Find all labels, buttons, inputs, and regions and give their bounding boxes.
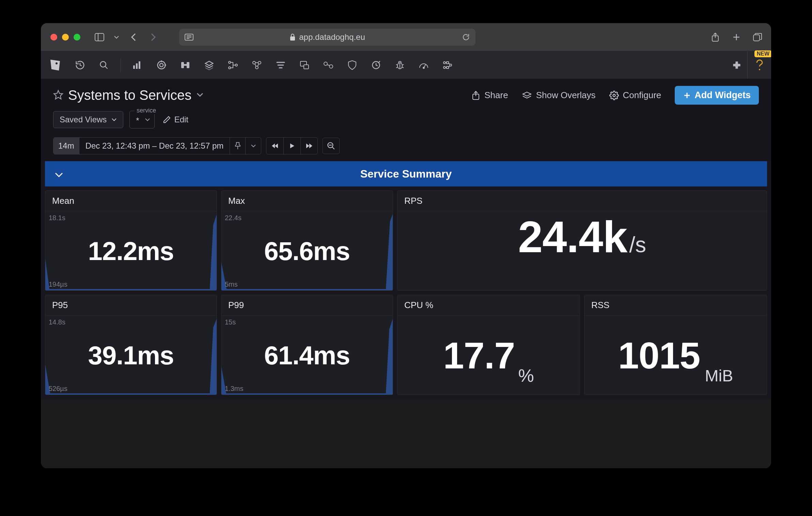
summary-header[interactable]: Service Summary <box>45 161 767 186</box>
tile-label: P95 <box>45 295 217 316</box>
svg-point-40 <box>329 65 333 68</box>
tile-cpu[interactable]: CPU % 17.7 % <box>397 295 580 395</box>
lock-icon <box>290 33 296 41</box>
svg-point-51 <box>443 62 446 64</box>
nav-infrastructure-icon[interactable] <box>202 58 216 72</box>
svg-line-33 <box>257 64 259 66</box>
nav-watchdog-icon[interactable] <box>154 58 169 72</box>
zoom-out-button[interactable] <box>323 138 340 154</box>
time-range-picker[interactable]: 14m Dec 23, 12:43 pm – Dec 23, 12:57 pm <box>53 137 261 154</box>
svg-point-39 <box>324 62 327 65</box>
nav-pipelines-icon[interactable] <box>440 58 455 72</box>
new-badge: NEW <box>754 50 771 57</box>
nav-ci-icon[interactable] <box>369 58 383 72</box>
tile-unit: MiB <box>705 366 733 385</box>
svg-rect-24 <box>184 64 187 66</box>
svg-rect-22 <box>181 62 184 68</box>
nav-binoculars-icon[interactable] <box>178 58 192 72</box>
time-dropdown-button[interactable] <box>245 138 261 154</box>
address-bar[interactable]: app.datadoghq.eu <box>179 29 475 46</box>
favorite-star-icon[interactable] <box>53 90 63 101</box>
tile-value: 61.4 <box>264 341 313 370</box>
nav-separator <box>121 58 121 72</box>
dashboard-header: Systems to Services Share Show Overlays <box>41 79 771 161</box>
svg-point-18 <box>158 61 166 69</box>
nav-apm-icon[interactable] <box>226 58 240 72</box>
share-button[interactable] <box>708 30 723 45</box>
svg-marker-70 <box>290 143 294 148</box>
close-window-button[interactable] <box>50 34 57 41</box>
svg-line-48 <box>402 67 404 68</box>
nav-network-icon[interactable] <box>250 58 264 72</box>
show-overlays-action[interactable]: Show Overlays <box>522 90 596 101</box>
svg-marker-71 <box>306 143 309 148</box>
sidebar-toggle-button[interactable] <box>92 30 107 45</box>
nav-integrations-icon[interactable] <box>730 58 744 72</box>
minimize-window-button[interactable] <box>62 34 69 41</box>
reader-mode-icon[interactable] <box>185 34 193 41</box>
tile-label: RPS <box>397 191 767 211</box>
step-back-button[interactable] <box>266 138 283 154</box>
collapse-chevron-icon <box>54 168 63 180</box>
svg-marker-68 <box>275 143 278 148</box>
tile-unit: ms <box>313 341 350 370</box>
nav-rum-icon[interactable] <box>297 58 312 72</box>
tile-value: 65.6 <box>264 237 313 265</box>
tile-rss[interactable]: RSS 1015 MiB <box>584 295 767 395</box>
window-controls <box>50 34 80 41</box>
svg-point-13 <box>100 61 106 67</box>
svg-line-45 <box>396 64 397 65</box>
sidebar-dropdown-button[interactable] <box>112 30 121 45</box>
time-duration-badge: 14m <box>53 138 79 154</box>
svg-point-27 <box>235 64 237 66</box>
back-button[interactable] <box>126 30 141 45</box>
nav-gauge-icon[interactable] <box>417 58 431 72</box>
svg-marker-61 <box>54 90 63 99</box>
tile-p99[interactable]: P99 15s 1.3ms 61.4ms <box>221 295 393 395</box>
service-filter-legend: service <box>135 107 158 114</box>
new-tab-button[interactable] <box>729 30 744 45</box>
app-navbar: NEW <box>41 51 771 79</box>
nav-search-icon[interactable] <box>97 58 111 72</box>
browser-titlebar: app.datadoghq.eu <box>41 23 771 51</box>
help-button[interactable]: NEW <box>747 51 771 79</box>
svg-rect-0 <box>95 33 104 41</box>
time-range-text: Dec 23, 12:43 pm – Dec 23, 12:57 pm <box>79 138 230 154</box>
svg-line-32 <box>255 64 256 66</box>
svg-point-64 <box>613 94 615 96</box>
tile-mean[interactable]: Mean 18.1s 194µs 12.2ms <box>45 191 217 291</box>
reload-button[interactable] <box>462 33 470 41</box>
saved-views-dropdown[interactable]: Saved Views <box>53 111 123 128</box>
tile-rps[interactable]: RPS 24.4k /s <box>397 191 767 291</box>
svg-rect-11 <box>753 35 760 41</box>
datadog-logo[interactable] <box>47 57 63 73</box>
nav-dashboards-icon[interactable] <box>130 58 145 72</box>
configure-action[interactable]: Configure <box>609 90 661 101</box>
nav-history-icon[interactable] <box>73 58 87 72</box>
pin-time-button[interactable] <box>230 138 245 154</box>
svg-point-26 <box>229 67 231 69</box>
tile-p95[interactable]: P95 14.8s 526µs 39.1ms <box>45 295 217 395</box>
svg-rect-55 <box>447 66 449 69</box>
play-button[interactable] <box>283 138 300 154</box>
share-action[interactable]: Share <box>471 90 508 101</box>
nav-logs-icon[interactable] <box>274 58 288 72</box>
nav-synthetics-icon[interactable] <box>321 58 335 72</box>
saved-views-label: Saved Views <box>60 115 107 124</box>
tile-max[interactable]: Max 22.4s 5ms 65.6ms <box>221 191 393 291</box>
title-dropdown-icon[interactable] <box>196 92 204 98</box>
add-widgets-button[interactable]: Add Widgets <box>675 86 759 105</box>
add-widgets-label: Add Widgets <box>694 90 751 101</box>
step-forward-button[interactable] <box>300 138 317 154</box>
nav-bug-icon[interactable] <box>393 58 407 72</box>
forward-button[interactable] <box>146 30 161 45</box>
fullscreen-window-button[interactable] <box>74 34 80 41</box>
nav-security-icon[interactable] <box>345 58 359 72</box>
service-filter-dropdown[interactable]: service * <box>129 111 154 128</box>
svg-point-50 <box>423 67 424 69</box>
tile-label: P99 <box>221 295 393 316</box>
edit-template-variables[interactable]: Edit <box>163 115 188 124</box>
tile-unit: ms <box>137 341 174 370</box>
svg-point-60 <box>759 69 760 70</box>
tab-overview-button[interactable] <box>750 30 765 45</box>
